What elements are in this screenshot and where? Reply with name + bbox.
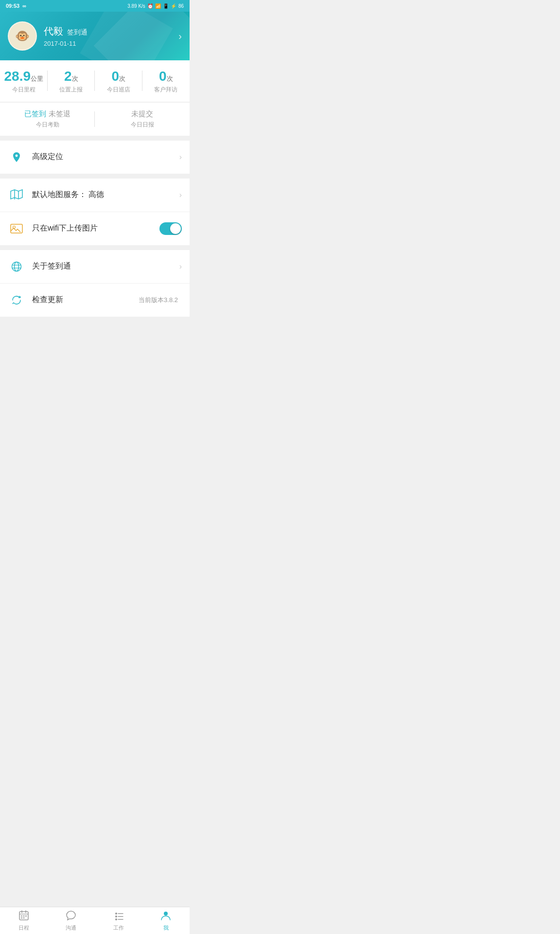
attendance-label: 今日考勤 [0,121,95,129]
menu-section: 高级定位 › 默认地图服务： 高德 › [0,141,190,317]
status-bolt-icon: ⚡ [171,3,176,9]
header-banner[interactable]: 🐵 代毅 签到通 2017-01-11 › [0,12,190,60]
user-name-text: 代毅 [44,25,63,38]
map-icon [8,186,25,204]
svg-point-5 [15,262,19,271]
about-arrow-icon: › [179,262,182,271]
current-version: 当前版本3.8.2 [139,296,178,305]
menu-group-about: 关于签到通 › 检查更新 当前版本3.8.2 [0,250,190,317]
menu-item-about[interactable]: 关于签到通 › [0,250,190,284]
refresh-icon [8,291,25,309]
status-clock-icon: ⏰ [147,3,153,9]
stat-customer-visit: 0次 客户拜访 [142,68,190,94]
toggle-knob [170,223,181,234]
report-status: 未提交 [131,109,153,118]
stat-store-visit: 0次 今日巡店 [95,68,142,94]
advanced-location-label: 高级定位 [32,152,179,162]
user-date: 2017-01-11 [44,40,88,47]
map-service-label: 默认地图服务： 高德 [32,190,179,200]
globe-icon [8,258,25,275]
image-upload-icon [8,220,25,237]
wifi-upload-toggle[interactable] [159,222,182,235]
about-label: 关于签到通 [32,261,179,271]
status-battery: 86 [178,3,184,9]
daily-report: 未提交 今日日报 [95,109,190,129]
user-info: 代毅 签到通 2017-01-11 [44,25,88,47]
wifi-upload-label: 只在wifi下上传图片 [32,223,159,234]
status-bar: 09:53 ∞ 3.89 K/s ⏰ 📶 📱 ⚡ 86 [0,0,190,12]
map-service-arrow-icon: › [179,191,182,199]
stats-section: 28.9公里 今日里程 2次 位置上报 0次 今日巡店 0次 客户拜访 [0,60,190,102]
menu-item-wifi-upload[interactable]: 只在wifi下上传图片 [0,212,190,245]
status-infinity: ∞ [22,3,26,9]
svg-point-4 [12,262,21,271]
menu-item-map-service[interactable]: 默认地图服务： 高德 › [0,179,190,212]
attendance-section: 已签到 未签退 今日考勤 未提交 今日日报 [0,103,190,136]
svg-rect-2 [11,224,22,233]
stat-mileage: 28.9公里 今日里程 [0,68,48,94]
menu-group-location: 高级定位 › [0,141,190,174]
attendance-check: 已签到 未签退 今日考勤 [0,109,95,129]
advanced-location-arrow-icon: › [179,153,182,162]
status-signal-icon: 📱 [163,3,169,9]
menu-item-update[interactable]: 检查更新 当前版本3.8.2 [0,284,190,317]
avatar: 🐵 [8,21,37,51]
app-name-text: 签到通 [67,28,88,37]
signed-out-status: 未签退 [49,109,70,118]
update-label: 检查更新 [32,295,139,305]
status-speed: 3.89 K/s [127,3,145,9]
header-chevron-right-icon[interactable]: › [178,31,182,42]
status-time: 09:53 [6,3,19,9]
menu-item-advanced-location[interactable]: 高级定位 › [0,141,190,174]
signed-in-status: 已签到 [24,109,46,118]
avatar-emoji: 🐵 [15,30,30,42]
status-wifi-icon: 📶 [155,3,161,9]
report-label: 今日日报 [95,121,190,129]
menu-group-settings: 默认地图服务： 高德 › 只在wifi下上传图片 [0,179,190,245]
location-pin-icon [8,148,25,166]
stat-location-report: 2次 位置上报 [48,68,95,94]
